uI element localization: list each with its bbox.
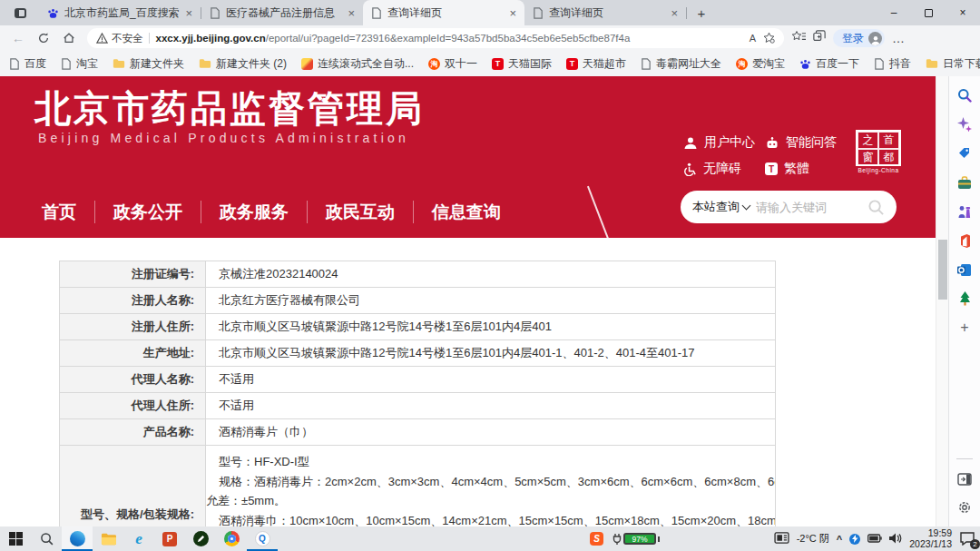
bookmark-item[interactable]: 连续滚动式全自动... [301, 56, 414, 72]
bookmark-item[interactable]: 百度 [9, 56, 46, 72]
add-favorite-star-icon[interactable] [763, 32, 775, 45]
sidebar-search-icon[interactable] [956, 87, 973, 103]
table-row: 代理人住所:不适用 [60, 393, 775, 419]
sogou-input-icon[interactable]: S [590, 532, 603, 546]
sidebar-tools-icon[interactable] [956, 174, 973, 191]
window-close-button[interactable]: × [946, 0, 980, 25]
favorites-button[interactable] [792, 30, 806, 46]
battery-percent-label: 97% [623, 533, 656, 545]
tab-device-registration[interactable]: 医疗器械产品注册信息 × [201, 0, 363, 25]
link-accessibility[interactable]: 无障碍 [683, 161, 741, 177]
taskbar-ie-icon[interactable]: e [123, 526, 154, 551]
taskbar-qq-browser-icon[interactable]: Q [247, 526, 278, 551]
site-title: 北京市药品监督管理局 [34, 84, 425, 133]
web-page: 北京市药品监督管理局 Beijing Medical Products Admi… [0, 76, 936, 526]
tray-battery-icon[interactable] [867, 534, 882, 545]
search-scope-dropdown[interactable]: 本站查询 [692, 199, 750, 215]
start-button[interactable] [0, 526, 31, 551]
row-label: 代理人住所: [60, 393, 206, 418]
taskbar-notes-app-icon[interactable] [185, 526, 216, 551]
nav-info-query[interactable]: 信息查询 [414, 201, 519, 224]
spec-line: 允差：±5mm。 [206, 491, 775, 511]
page-icon [641, 58, 652, 70]
new-tab-button[interactable]: + [691, 5, 712, 21]
home-button[interactable] [57, 27, 81, 49]
nav-gov-services[interactable]: 政务服务 [201, 201, 307, 224]
page-scrollbar[interactable] [936, 76, 948, 526]
row-label: 代理人名称: [60, 367, 206, 392]
bookmark-item[interactable]: 淘爱淘宝 [736, 56, 785, 72]
bookmark-item[interactable]: 淘宝 [61, 56, 98, 72]
tab-query-detail-active[interactable]: 查询详细页 × [363, 0, 524, 25]
bookmark-label: 新建文件夹 (2) [216, 56, 287, 72]
address-bar[interactable]: 不安全 xxcx.yjj.beijing.gov.cn /eportal/ui?… [87, 28, 784, 48]
news-widget-icon[interactable] [774, 532, 789, 546]
row-label: 产品名称: [60, 419, 206, 445]
row-label: 型号、规格/包装规格: [60, 446, 206, 526]
tab-query-detail-2[interactable]: 查询详细页 × [524, 0, 686, 25]
row-label: 生产地址: [60, 340, 206, 366]
read-aloud-button[interactable]: A [750, 33, 756, 44]
nav-gov-disclosure[interactable]: 政务公开 [95, 201, 201, 224]
tab-baidu-search[interactable]: 北京市药监局_百度搜索 × [39, 0, 201, 25]
link-traditional-chinese[interactable]: T 繁體 [765, 161, 809, 177]
settings-more-button[interactable]: … [892, 31, 906, 45]
tray-expand-chevron[interactable]: ^ [837, 534, 842, 545]
sidebar-panel-icon[interactable] [956, 471, 973, 487]
back-button[interactable]: ← [6, 27, 30, 49]
window-restore-button[interactable] [911, 0, 946, 25]
bookmarks-bar: 百度 淘宝 新建文件夹 新建文件夹 (2) 连续滚动式全自动... 淘双十一 T… [0, 51, 980, 76]
taskbar-powerpoint-icon[interactable]: P [154, 526, 185, 551]
site-search-input[interactable] [756, 201, 861, 214]
tab-close-icon[interactable]: × [185, 7, 192, 19]
tab-close-icon[interactable]: × [671, 7, 678, 19]
link-smart-qa[interactable]: 智能问答 [765, 134, 837, 151]
tray-flash-icon[interactable] [849, 534, 860, 545]
scrollbar-thumb[interactable] [938, 240, 947, 300]
collections-button[interactable] [813, 30, 826, 46]
nav-home[interactable]: 首页 [24, 201, 94, 224]
bookmark-item[interactable]: 百度一下 [799, 56, 859, 72]
bookmark-item[interactable]: 毒霸网址大全 [641, 56, 721, 72]
sidebar-outlook-icon[interactable] [956, 261, 973, 278]
taskbar-chrome-icon[interactable] [216, 526, 247, 551]
tab-close-icon[interactable]: × [348, 7, 355, 19]
taskbar-clock[interactable]: 19:59 2023/1/13 [909, 528, 952, 549]
link-user-center[interactable]: 用户中心 [683, 134, 755, 151]
sidebar-games-icon[interactable] [956, 203, 973, 220]
bookmark-item[interactable]: 抖音 [874, 56, 911, 72]
toolbar-right-cluster: 登录 … [792, 29, 907, 47]
refresh-button[interactable] [32, 27, 55, 49]
sidebar-shopping-icon[interactable] [956, 145, 973, 162]
sidebar-discover-icon[interactable] [956, 116, 973, 133]
battery-meter-widget[interactable]: 97% [612, 533, 660, 545]
tray-volume-icon[interactable] [889, 533, 902, 546]
bookmark-item[interactable]: T天猫超市 [566, 56, 626, 72]
tab-actions-button[interactable] [8, 4, 32, 22]
sidebar-office-icon[interactable] [956, 232, 973, 249]
tab-close-icon[interactable]: × [509, 7, 516, 19]
taskbar-file-explorer-icon[interactable] [93, 526, 123, 551]
bookmark-item[interactable]: 淘双十一 [428, 56, 477, 72]
profile-login-button[interactable]: 登录 [833, 29, 885, 47]
search-icon[interactable] [867, 199, 885, 216]
bookmark-item[interactable]: T天猫国际 [492, 56, 552, 72]
bookmark-folder[interactable]: 日常下载 [926, 56, 980, 72]
nav-public-interaction[interactable]: 政民互动 [308, 201, 413, 224]
taskbar-search-button[interactable] [31, 526, 62, 551]
window-minimize-button[interactable]: – [877, 0, 911, 25]
sidebar-add-button[interactable]: + [956, 320, 973, 336]
bookmark-folder[interactable]: 新建文件夹 [113, 56, 184, 72]
restore-icon [925, 9, 933, 17]
seal-grid: 之 首 窗 都 [856, 130, 901, 166]
bookmark-folder[interactable]: 新建文件夹 (2) [199, 56, 287, 72]
weather-label[interactable]: -2°C 阴 [797, 532, 829, 546]
tab-actions-icon [15, 8, 26, 18]
beijing-china-seal-logo[interactable]: 之 首 窗 都 Beijing-China [856, 130, 901, 173]
notification-center-icon[interactable]: 2 [959, 531, 977, 547]
sidebar-settings-gear-icon[interactable] [956, 499, 973, 516]
page-icon [210, 7, 220, 19]
taskbar-edge-icon[interactable] [62, 526, 93, 551]
sidebar-tree-icon[interactable] [956, 290, 973, 307]
row-label: 注册人名称: [60, 288, 206, 313]
